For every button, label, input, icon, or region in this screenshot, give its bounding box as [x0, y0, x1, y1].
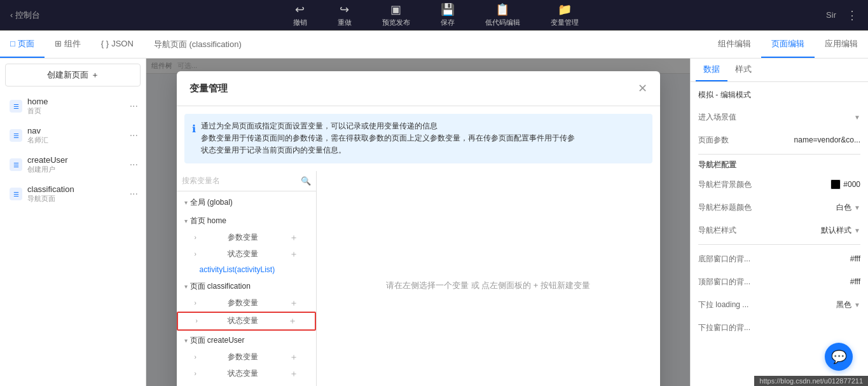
tab-component-edit[interactable]: 组件编辑	[708, 31, 761, 58]
tree-sub-cu-state[interactable]: › 状态变量＋	[177, 366, 316, 382]
divider-2	[698, 244, 860, 245]
search-variable-input[interactable]	[182, 176, 298, 185]
tree-sub-class-state[interactable]: › 状态变量＋	[177, 312, 316, 331]
back-icon: ‹	[10, 10, 13, 20]
tree-leaf-home-state-leaf[interactable]: activityList(activityList)	[177, 263, 316, 277]
nav-bg-color-value[interactable]: #000	[755, 179, 860, 190]
left-sidebar: 创建新页面 ＋ ☰ home 首页 ··· ☰ nav 名师汇 ··· ☰ cr…	[0, 59, 146, 386]
toolbar-action-lowcode[interactable]: 📋低代码编辑	[480, 0, 525, 30]
tree-group-header-global[interactable]: ▾ 全局 (global)	[177, 194, 316, 211]
add-var-cu-state[interactable]: ＋	[289, 368, 298, 380]
page-more-home[interactable]: ···	[130, 100, 138, 112]
right-tabs: 组件编辑 页面编辑 应用编辑	[708, 31, 868, 58]
tree-group-createUser: ▾ 页面 createUser› 参数变量＋› 状态变量＋newUser(new…	[177, 332, 316, 386]
bottom-window-bg-value: #fff	[755, 254, 860, 263]
tree-leaf-cu-leaf[interactable]: newUser(newUser)	[177, 382, 316, 386]
page-icon-createUser: ☰	[10, 158, 22, 171]
right-tab-style[interactable]: 样式	[727, 59, 759, 81]
nav-config-title: 导航栏配置	[698, 160, 860, 170]
add-var-home-state[interactable]: ＋	[289, 249, 298, 260]
chat-icon: 💬	[831, 349, 847, 364]
modal-close-button[interactable]: ✕	[638, 81, 647, 95]
page-tab-icon: □	[10, 39, 15, 48]
tab-json[interactable]: { } JSON	[91, 31, 144, 58]
empty-hint-text: 请在左侧选择一个变量 或 点左侧面板的 + 按钮新建变量	[386, 280, 590, 291]
variable-tree: ▾ 全局 (global)▾ 首页 home› 参数变量＋› 状态变量＋acti…	[177, 191, 316, 386]
tree-sub-home-state[interactable]: › 状态变量＋	[177, 246, 316, 263]
toolbar-action-var[interactable]: 📁变量管理	[546, 0, 584, 30]
sidebar-page-home[interactable]: ☰ home 首页 ···	[0, 92, 146, 121]
sub-label-class-param: 参数变量	[228, 298, 258, 308]
tree-group-header-classification[interactable]: ▾ 页面 classification	[177, 278, 316, 295]
back-button[interactable]: ‹ 控制台	[5, 7, 45, 24]
pulldown-window-bg-label: 下拉窗口的背...	[698, 322, 755, 333]
property-nav-style: 导航栏样式 默认样式 ▼	[698, 221, 860, 239]
nav-bg-color-swatch	[830, 179, 841, 190]
sub-label-cu-state: 状态变量	[228, 368, 258, 379]
chat-button[interactable]: 💬	[825, 343, 853, 371]
sidebar-page-classification[interactable]: ☰ classification 导航页面 ···	[0, 179, 146, 209]
more-button[interactable]: ⋮	[841, 6, 863, 25]
info-icon: ℹ	[192, 121, 196, 157]
page-more-nav[interactable]: ···	[130, 130, 138, 141]
sub-arrow-class-param: ›	[195, 300, 196, 307]
tab-page[interactable]: □ 页面	[0, 31, 45, 58]
tab-component[interactable]: ⊞ 组件	[45, 31, 91, 58]
enter-scene-value[interactable]: ▼	[755, 114, 860, 121]
right-tab-data[interactable]: 数据	[696, 59, 727, 81]
user-label: Sir	[826, 10, 836, 20]
json-tab-label: JSON	[111, 39, 134, 48]
page-more-createUser[interactable]: ···	[130, 159, 138, 170]
page-name-nav: nav	[27, 126, 125, 135]
add-var-class-param[interactable]: ＋	[289, 298, 298, 309]
tree-sub-class-param[interactable]: › 参数变量＋	[177, 295, 316, 312]
toolbar-action-undo[interactable]: ↩撤销	[288, 0, 312, 30]
sub-label-home-param: 参数变量	[228, 232, 258, 243]
top-toolbar: ‹ 控制台 ↩撤销↪重做▣预览发布💾保存📋低代码编辑📁变量管理 Sir ⋮	[0, 0, 868, 31]
tree-arrow-global: ▾	[184, 199, 188, 206]
nav-title-color-value[interactable]: 白色 ▼	[755, 202, 860, 213]
toolbar-action-redo[interactable]: ↪重做	[333, 0, 357, 30]
search-icon: 🔍	[301, 176, 311, 186]
sidebar-page-createUser[interactable]: ☰ createUser 创建用户 ···	[0, 150, 146, 179]
nav-style-text: 默认样式	[821, 225, 851, 236]
toolbar-actions: ↩撤销↪重做▣预览发布💾保存📋低代码编辑📁变量管理	[288, 0, 584, 30]
modal-right-panel: 请在左侧选择一个变量 或 点左侧面板的 + 按钮新建变量	[317, 171, 660, 386]
sidebar-page-nav[interactable]: ☰ nav 名师汇 ···	[0, 121, 146, 150]
modal-left-panel: 🔍 ▾ 全局 (global)▾ 首页 home› 参数变量＋› 状态变量＋ac…	[177, 171, 317, 386]
redo-icon: ↪	[340, 3, 349, 17]
save-icon: 💾	[441, 3, 455, 17]
page-params-value: name=vendor&co...	[755, 135, 860, 144]
property-bottom-window-bg: 底部窗口的背... #fff	[698, 250, 860, 268]
tab-app-edit[interactable]: 应用编辑	[815, 31, 868, 58]
nav-style-value[interactable]: 默认样式 ▼	[755, 225, 860, 236]
lowcode-icon: 📋	[495, 3, 509, 17]
tree-group-header-home[interactable]: ▾ 首页 home	[177, 212, 316, 230]
tab-page-edit[interactable]: 页面编辑	[761, 31, 815, 58]
sub-arrow-class-state: ›	[196, 317, 198, 324]
add-var-cu-param[interactable]: ＋	[289, 352, 298, 363]
info-banner: ℹ 通过为全局页面或指定页面设置变量，可以记录或使用变量传递的信息 参数变量用于…	[184, 114, 652, 163]
nav-title-dropdown-icon: ▼	[854, 204, 860, 211]
add-var-home-param[interactable]: ＋	[289, 232, 298, 244]
save-label: 保存	[441, 18, 455, 27]
page-desc-home: 首页	[27, 106, 125, 116]
page-params-text: name=vendor&co...	[794, 135, 860, 144]
create-page-label: 创建新页面	[47, 69, 88, 81]
toolbar-action-save[interactable]: 💾保存	[436, 0, 460, 30]
tree-group-header-createUser[interactable]: ▾ 页面 createUser	[177, 332, 316, 349]
add-var-class-state[interactable]: ＋	[288, 315, 297, 327]
tree-group-home: ▾ 首页 home› 参数变量＋› 状态变量＋activityList(acti…	[177, 212, 316, 277]
create-page-button[interactable]: 创建新页面 ＋	[5, 64, 141, 86]
info-text: 通过为全局页面或指定页面设置变量，可以记录或使用变量传递的信息 参数变量用于传递…	[201, 120, 575, 157]
tree-sub-home-param[interactable]: › 参数变量＋	[177, 230, 316, 246]
preview-icon: ▣	[390, 3, 401, 17]
page-more-classification[interactable]: ···	[130, 188, 138, 200]
tree-sub-cu-param[interactable]: › 参数变量＋	[177, 349, 316, 366]
bottom-window-bg-text: #fff	[850, 254, 860, 263]
loading-color-value[interactable]: 黑色 ▼	[755, 300, 860, 310]
toolbar-action-preview[interactable]: ▣预览发布	[377, 0, 415, 30]
top-window-bg-value: #fff	[755, 277, 860, 286]
modal-header: 变量管理 ✕	[177, 71, 660, 106]
json-tab-icon: { }	[101, 39, 109, 48]
